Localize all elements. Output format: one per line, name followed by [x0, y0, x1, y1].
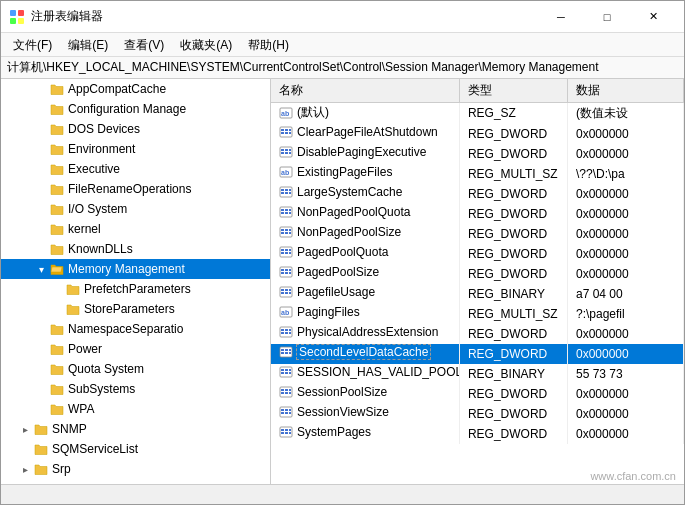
tree-item[interactable]: ▸SNMP — [1, 419, 270, 439]
menu-item-a[interactable]: 收藏夹(A) — [172, 35, 240, 54]
tree-expander[interactable] — [33, 401, 49, 417]
svg-rect-48 — [285, 252, 288, 254]
maximize-button[interactable]: □ — [584, 1, 630, 33]
tree-expander[interactable] — [49, 301, 65, 317]
reg-name: NonPagedPoolSize — [297, 225, 401, 239]
tree-item[interactable]: Configuration Manage — [1, 99, 270, 119]
folder-icon — [49, 201, 65, 217]
folder-icon — [49, 221, 65, 237]
tree-expander[interactable]: ▸ — [17, 461, 33, 477]
table-row[interactable]: ab(默认)REG_SZ(数值未设 — [271, 103, 684, 124]
tree-expander[interactable] — [33, 361, 49, 377]
tree-expander[interactable] — [17, 441, 33, 457]
table-row[interactable]: ClearPageFileAtShutdownREG_DWORD0x000000 — [271, 124, 684, 144]
table-row[interactable]: SESSION_HAS_VALID_POOL_ON_EREG_BINARY55 … — [271, 364, 684, 384]
tree-item[interactable]: NamespaceSeparatio — [1, 319, 270, 339]
tree-expander[interactable] — [33, 101, 49, 117]
table-row[interactable]: SystemPagesREG_DWORD0x000000 — [271, 424, 684, 444]
col-type[interactable]: 类型 — [459, 79, 567, 103]
menu-item-v[interactable]: 查看(V) — [116, 35, 172, 54]
tree-item[interactable]: PrefetchParameters — [1, 279, 270, 299]
tree-item[interactable]: kernel — [1, 219, 270, 239]
table-row[interactable]: NonPagedPoolSizeREG_DWORD0x000000 — [271, 224, 684, 244]
reg-name-cell: SecondLevelDataCache — [271, 344, 459, 364]
tree-expander[interactable] — [33, 241, 49, 257]
tree-expander[interactable] — [33, 81, 49, 97]
svg-rect-42 — [289, 232, 291, 234]
address-bar: 计算机\HKEY_LOCAL_MACHINE\SYSTEM\CurrentCon… — [1, 57, 684, 79]
reg-type-icon — [279, 365, 293, 379]
tree-item[interactable]: SubSystems — [1, 379, 270, 399]
reg-data-cell: ?:\pagefil — [568, 304, 684, 324]
col-data[interactable]: 数据 — [568, 79, 684, 103]
table-row[interactable]: PagedPoolSizeREG_DWORD0x000000 — [271, 264, 684, 284]
tree-item[interactable]: Executive — [1, 159, 270, 179]
menu-item-e[interactable]: 编辑(E) — [60, 35, 116, 54]
tree-expander[interactable]: ▸ — [17, 421, 33, 437]
tree-item[interactable]: FileRenameOperations — [1, 179, 270, 199]
tree-item[interactable]: Power — [1, 339, 270, 359]
tree-item-label: FileRenameOperations — [68, 182, 270, 196]
tree-item[interactable]: ▸Srp — [1, 459, 270, 479]
tree-expander[interactable] — [33, 181, 49, 197]
reg-name: PagedPoolQuota — [297, 245, 388, 259]
reg-data-cell: 0x000000 — [568, 144, 684, 164]
tree-item[interactable]: SQMServiceList — [1, 439, 270, 459]
folder-icon — [49, 341, 65, 357]
tree-expander[interactable] — [33, 141, 49, 157]
reg-type-icon: ab — [279, 106, 293, 120]
table-row[interactable]: PagefileUsageREG_BINARYa7 04 00 — [271, 284, 684, 304]
tree-panel[interactable]: AppCompatCacheConfiguration ManageDOS De… — [1, 79, 271, 484]
close-button[interactable]: ✕ — [630, 1, 676, 33]
reg-type-cell: REG_MULTI_SZ — [459, 304, 567, 324]
reg-name: ExistingPageFiles — [297, 165, 392, 179]
reg-name-cell: ab(默认) — [271, 103, 459, 124]
table-row[interactable]: SessionPoolSizeREG_DWORD0x000000 — [271, 384, 684, 404]
svg-rect-49 — [289, 252, 291, 254]
tree-item[interactable]: ▾Memory Management — [1, 259, 270, 279]
registry-table-container[interactable]: 名称 类型 数据 ab(默认)REG_SZ(数值未设ClearPageFileA… — [271, 79, 684, 484]
tree-expander[interactable] — [33, 221, 49, 237]
tree-expander[interactable] — [33, 381, 49, 397]
svg-rect-2 — [10, 18, 16, 24]
svg-rect-15 — [285, 149, 288, 151]
tree-expander[interactable] — [33, 161, 49, 177]
table-row[interactable]: abPagingFilesREG_MULTI_SZ?:\pagefil — [271, 304, 684, 324]
svg-rect-79 — [289, 352, 291, 354]
tree-expander[interactable] — [33, 321, 49, 337]
tree-item[interactable]: Environment — [1, 139, 270, 159]
svg-rect-17 — [281, 152, 284, 154]
reg-type-cell: REG_BINARY — [459, 364, 567, 384]
tree-item-label: KnownDLLs — [68, 242, 270, 256]
tree-expander[interactable]: ▾ — [33, 261, 49, 277]
col-name[interactable]: 名称 — [271, 79, 459, 103]
table-row[interactable]: LargeSystemCacheREG_DWORD0x000000 — [271, 184, 684, 204]
svg-rect-67 — [281, 329, 284, 331]
table-row[interactable]: PhysicalAddressExtensionREG_DWORD0x00000… — [271, 324, 684, 344]
tree-item[interactable]: StoreParameters — [1, 299, 270, 319]
tree-item[interactable]: AppCompatCache — [1, 79, 270, 99]
svg-rect-61 — [281, 292, 284, 294]
menu-item-f[interactable]: 文件(F) — [5, 35, 60, 54]
tree-expander[interactable] — [33, 341, 49, 357]
table-row[interactable]: SecondLevelDataCacheREG_DWORD0x000000 — [271, 344, 684, 364]
tree-item[interactable]: I/O System — [1, 199, 270, 219]
menu-item-h[interactable]: 帮助(H) — [240, 35, 297, 54]
tree-item[interactable]: DOS Devices — [1, 119, 270, 139]
table-row[interactable]: NonPagedPoolQuotaREG_DWORD0x000000 — [271, 204, 684, 224]
reg-data-cell: 0x000000 — [568, 204, 684, 224]
table-row[interactable]: abExistingPageFilesREG_MULTI_SZ\??\D:\pa — [271, 164, 684, 184]
minimize-button[interactable]: ─ — [538, 1, 584, 33]
tree-item[interactable]: Quota System — [1, 359, 270, 379]
svg-rect-34 — [285, 212, 288, 214]
tree-item[interactable]: KnownDLLs — [1, 239, 270, 259]
table-row[interactable]: DisablePagingExecutiveREG_DWORD0x000000 — [271, 144, 684, 164]
svg-rect-31 — [285, 209, 288, 211]
tree-expander[interactable] — [33, 201, 49, 217]
reg-data-cell: 0x000000 — [568, 324, 684, 344]
table-row[interactable]: PagedPoolQuotaREG_DWORD0x000000 — [271, 244, 684, 264]
tree-item[interactable]: WPA — [1, 399, 270, 419]
table-row[interactable]: SessionViewSizeREG_DWORD0x000000 — [271, 404, 684, 424]
tree-expander[interactable] — [49, 281, 65, 297]
tree-expander[interactable] — [33, 121, 49, 137]
